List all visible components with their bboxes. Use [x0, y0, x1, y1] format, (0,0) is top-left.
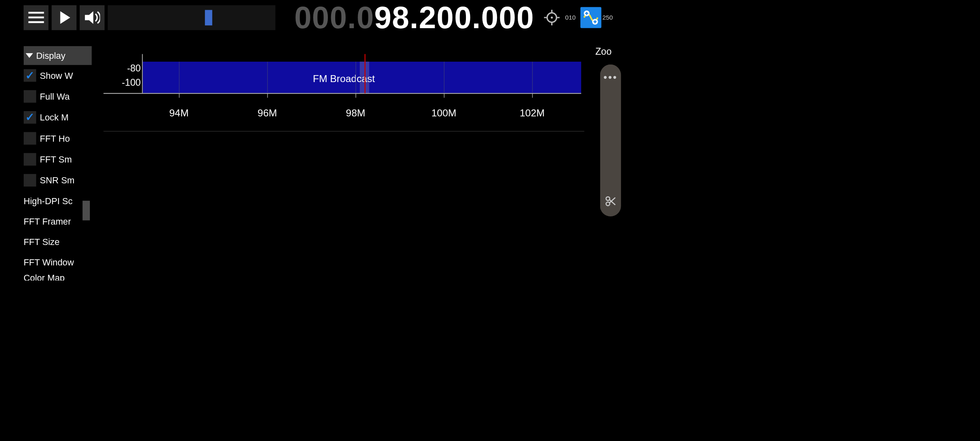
menu-button[interactable] [24, 5, 49, 30]
option-label: Show W [40, 70, 73, 80]
hamburger-icon [28, 11, 44, 24]
option-full-waterfall[interactable]: Full Wa [24, 86, 92, 107]
setting-fft-size[interactable]: FFT Size [24, 232, 92, 252]
display-panel: Display ✓ Show W Full Wa ✓ Lock M FFT Ho… [24, 46, 92, 281]
volume-handle[interactable] [205, 10, 212, 25]
x-tick-label: 100M [432, 107, 457, 119]
x-tick-label: 96M [258, 107, 277, 119]
speaker-icon [84, 11, 100, 24]
caret-down-icon [26, 53, 33, 58]
svg-point-5 [551, 16, 553, 18]
svg-rect-0 [28, 12, 44, 13]
grid-line [267, 62, 268, 93]
setting-fft-framerate[interactable]: FFT Framer [24, 211, 92, 232]
x-tick [356, 93, 356, 98]
x-tick [267, 93, 268, 98]
option-fft-smooth[interactable]: FFT Sm [24, 149, 92, 169]
x-tick [532, 93, 532, 98]
volume-button[interactable] [80, 5, 105, 30]
setting-fft-window[interactable]: FFT Window [24, 252, 92, 272]
option-fft-hold[interactable]: FFT Ho [24, 128, 92, 149]
check-icon: ✓ [25, 112, 34, 123]
option-label: Full Wa [40, 91, 70, 102]
crosshair-icon [544, 10, 560, 26]
sidebar-scrollbar[interactable] [82, 201, 90, 220]
section-title: Display [36, 51, 66, 61]
svg-rect-2 [28, 21, 44, 23]
y-tick-label: -80 [127, 63, 140, 74]
band-label: FM Broadcast [103, 74, 584, 85]
display-section-header[interactable]: Display [24, 46, 92, 65]
setting-color-map[interactable]: Color Map [24, 272, 92, 280]
grid-line [356, 62, 356, 93]
volume-slider[interactable] [108, 5, 276, 30]
x-tick-label: 102M [520, 107, 545, 119]
x-axis [103, 93, 581, 94]
checkbox[interactable] [24, 174, 36, 187]
tune-plus-button[interactable] [580, 7, 601, 28]
option-label: FFT Sm [40, 154, 72, 165]
option-label: SNR Sm [40, 175, 75, 185]
zoom-slider[interactable]: ••• [600, 65, 621, 216]
option-label: Lock M [40, 112, 69, 122]
frequency-value: 98.200.000 [374, 0, 535, 36]
grid-line [444, 62, 444, 93]
x-tick-label: 98M [346, 107, 365, 119]
spectrum-chart[interactable]: FM Broadcast -80 -100 94M 96M 98M 100M 1… [103, 47, 584, 277]
option-lock-m[interactable]: ✓ Lock M [24, 107, 92, 128]
grid-line [532, 62, 532, 93]
option-label: FFT Ho [40, 133, 70, 143]
y-axis [142, 54, 143, 93]
waterfall-divider [103, 131, 584, 131]
tuned-frequency-line[interactable] [365, 54, 366, 93]
play-button[interactable] [51, 5, 76, 30]
svg-rect-1 [28, 16, 44, 18]
grid-line [179, 62, 179, 93]
ruler-left: 010 [565, 14, 576, 21]
checkbox[interactable] [24, 153, 36, 166]
x-tick [179, 93, 179, 98]
setting-high-dpi[interactable]: High-DPI Sc [24, 191, 92, 211]
checkbox[interactable] [24, 90, 36, 103]
x-tick [444, 93, 444, 98]
play-icon [60, 11, 70, 24]
option-show-waterfall[interactable]: ✓ Show W [24, 65, 92, 86]
checkbox[interactable] [24, 132, 36, 145]
center-tune-button[interactable] [543, 9, 561, 27]
more-icon[interactable]: ••• [604, 71, 618, 83]
top-toolbar: 000.0 98.200.000 010 250 [0, 0, 629, 37]
checkbox[interactable]: ✓ [24, 69, 36, 82]
zoom-label: Zoo [592, 46, 629, 57]
wave-plus-icon [583, 10, 599, 26]
checkbox[interactable]: ✓ [24, 111, 36, 124]
scissors-icon[interactable] [605, 196, 616, 210]
right-column: Zoo ••• [592, 46, 629, 281]
frequency-display[interactable]: 000.0 98.200.000 [294, 0, 535, 36]
x-tick-label: 94M [169, 107, 189, 119]
y-tick-label: -100 [122, 77, 140, 88]
svg-marker-3 [85, 11, 94, 24]
check-icon: ✓ [25, 70, 34, 81]
frequency-leading: 000.0 [294, 0, 374, 36]
ruler-right: 250 [602, 14, 613, 21]
option-snr-smooth[interactable]: SNR Sm [24, 170, 92, 191]
ruler-widget: 010 250 [564, 7, 613, 28]
